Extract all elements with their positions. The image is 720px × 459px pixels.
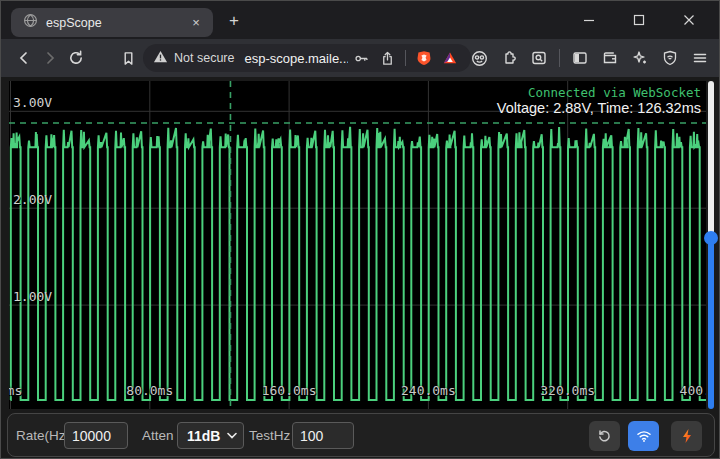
titlebar: espScope × +: [1, 1, 719, 39]
chevron-down-icon: [227, 432, 237, 439]
bookmark-icon[interactable]: [115, 45, 141, 71]
extensions-puzzle-icon[interactable]: [496, 45, 522, 71]
browser-toolbar: Not secure esp-scope.maile...: [1, 39, 719, 77]
vertical-slider[interactable]: [704, 81, 719, 409]
cursor-readout: Voltage: 2.88V, Time: 126.32ms: [497, 100, 701, 116]
security-label: Not secure: [174, 51, 234, 65]
brave-shields-icon[interactable]: [411, 45, 437, 71]
slider-track-upper: [708, 81, 714, 238]
slider-thumb[interactable]: [704, 231, 718, 245]
tab-close-icon[interactable]: ×: [187, 14, 205, 32]
atten-select[interactable]: 11dB: [177, 422, 244, 449]
menu-hamburger-icon[interactable]: [687, 45, 713, 71]
profile-avatar-icon[interactable]: [466, 45, 492, 71]
not-secure-warning-icon: [153, 49, 168, 68]
leo-ai-sparkle-icon[interactable]: [627, 45, 653, 71]
brave-rewards-bat-icon[interactable]: [437, 45, 463, 71]
x-axis-tick-label: 240.0ms: [396, 383, 460, 398]
connection-status: Connected via WebSocket: [528, 85, 701, 100]
divider: [405, 50, 406, 66]
wifi-button[interactable]: [628, 421, 659, 451]
rate-label: Rate(Hz): [16, 428, 70, 443]
rate-input[interactable]: [64, 422, 128, 449]
slider-track-lower: [708, 238, 714, 409]
key-icon[interactable]: [348, 45, 374, 71]
page-content: Connected via WebSocket Voltage: 2.88V, …: [1, 77, 719, 459]
wallet-icon[interactable]: [597, 45, 623, 71]
restart-icon: [597, 429, 612, 444]
testhz-input[interactable]: [292, 422, 354, 449]
x-axis-tick-label: 400.0ms: [675, 383, 706, 398]
x-axis-tick-label: 80.0ms: [118, 383, 182, 398]
waveform-plot: [9, 81, 706, 409]
window-maximize-button[interactable]: [627, 8, 651, 32]
y-axis-tick-label: 3.00V: [13, 95, 52, 110]
restart-button[interactable]: [589, 421, 620, 451]
browser-window: espScope × +: [0, 0, 720, 459]
y-axis-tick-label: 2.00V: [13, 192, 52, 207]
y-axis-tick-label: 1.00V: [13, 289, 52, 304]
reload-icon[interactable]: [63, 45, 89, 71]
test-signal-button[interactable]: [671, 421, 702, 451]
vpn-shield-icon[interactable]: [657, 45, 683, 71]
window-minimize-button[interactable]: [577, 8, 601, 32]
tab-title: espScope: [46, 16, 187, 30]
sidebar-toggle-icon[interactable]: [567, 45, 593, 71]
scope-control-bar: Rate(Hz) Atten 11dB TestHz: [7, 413, 715, 457]
atten-value: 11dB: [187, 428, 220, 444]
wifi-icon: [636, 428, 652, 444]
atten-label: Atten: [142, 428, 174, 443]
search-box-icon[interactable]: [526, 45, 552, 71]
address-bar[interactable]: Not secure esp-scope.maile...: [143, 44, 471, 72]
divider: [559, 49, 560, 67]
globe-favicon-icon: [23, 13, 38, 32]
new-tab-button[interactable]: +: [223, 10, 245, 32]
window-close-button[interactable]: [677, 8, 701, 32]
x-axis-tick-label: 160.0ms: [257, 383, 321, 398]
share-icon[interactable]: [374, 45, 400, 71]
back-icon[interactable]: [11, 45, 37, 71]
url-text: esp-scope.maile...: [244, 51, 348, 66]
x-axis-tick-label: 0ms: [9, 383, 43, 398]
lightning-bolt-icon: [680, 428, 694, 444]
forward-icon[interactable]: [37, 45, 63, 71]
browser-tab[interactable]: espScope ×: [11, 8, 213, 37]
oscilloscope-canvas[interactable]: Connected via WebSocket Voltage: 2.88V, …: [9, 81, 706, 409]
testhz-label: TestHz: [249, 428, 290, 443]
x-axis-tick-label: 320.0ms: [536, 383, 600, 398]
